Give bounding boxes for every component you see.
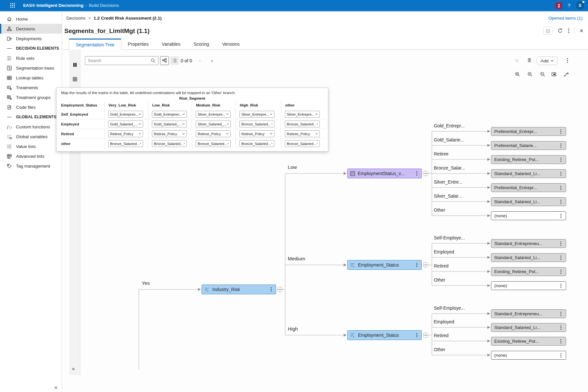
leaf-node-none[interactable]: (none)	[491, 351, 566, 360]
overview-minimap-button[interactable]	[550, 70, 558, 78]
mapping-select[interactable]: Bronze_Salaried...	[285, 140, 320, 147]
leaf-menu-button[interactable]	[559, 157, 563, 162]
mapping-select[interactable]: Retiree_Policy	[285, 130, 320, 137]
mapping-select[interactable]: Retiree_Policy	[239, 130, 274, 137]
mapping-select[interactable]: Silver_Entrepre...	[196, 111, 231, 118]
node-menu-button[interactable]	[415, 333, 419, 338]
zoom-in-button[interactable]	[514, 70, 521, 78]
notification-badge[interactable]: 2	[556, 2, 562, 9]
tree-node-employment-status-high[interactable]: x Employment_Status	[347, 330, 422, 340]
user-avatar[interactable]: S	[576, 1, 584, 9]
mapping-select[interactable]: Bronze_Salaried...	[196, 140, 231, 147]
leaf-menu-button[interactable]	[559, 283, 563, 288]
tab-variables[interactable]: Variables	[155, 39, 187, 50]
node-menu-button[interactable]	[269, 287, 273, 292]
leaf-menu-button[interactable]	[559, 241, 563, 246]
sidebar-item-global-variables[interactable]: Global variables	[0, 132, 62, 141]
save-button[interactable]	[543, 27, 552, 35]
collapse-node-button[interactable]	[423, 262, 428, 268]
leaf-node[interactable]: Standard_Salaried_Li...	[491, 197, 566, 206]
leaf-node[interactable]: Standard_Entrepreneu...	[491, 239, 566, 248]
sidebar-item-decisions[interactable]: Decisions	[0, 24, 62, 34]
leaf-menu-button[interactable]	[559, 213, 563, 219]
sidebar-item-deployments[interactable]: Deployments	[0, 34, 62, 43]
leaf-menu-button[interactable]	[559, 199, 563, 204]
search-input[interactable]	[88, 58, 151, 63]
collapse-all-button[interactable]	[525, 57, 533, 64]
breadcrumb-decisions-link[interactable]: Decisions	[66, 16, 86, 21]
sidebar-item-treatment-groups[interactable]: Treatment groups	[0, 92, 62, 102]
sidebar-item-advanced-lists[interactable]: Advanced lists	[0, 151, 62, 161]
next-result-button[interactable]: ›	[209, 56, 215, 65]
collapse-node-button[interactable]	[423, 171, 428, 176]
add-button[interactable]: Add	[537, 57, 558, 65]
zoom-out-button[interactable]	[526, 70, 534, 78]
sidebar-item-value-lists[interactable]: Value lists	[0, 141, 62, 151]
leaf-menu-button[interactable]	[559, 185, 563, 190]
toolbar-more-button[interactable]	[564, 57, 571, 64]
leaf-menu-button[interactable]	[559, 255, 563, 260]
mapping-select[interactable]: Gold_Salaried_...	[108, 121, 143, 127]
sidebar-item-segmentation-trees[interactable]: Segmentation trees	[0, 63, 62, 73]
mapping-select[interactable]: Bronze_Salaried...	[152, 140, 187, 147]
tree-node-employment-status-medium[interactable]: x Employment_Status	[347, 260, 422, 270]
tab-segmentation-tree[interactable]: Segmentation Tree	[69, 39, 121, 50]
collapse-node-button[interactable]	[423, 333, 428, 338]
mapping-select[interactable]: Silver_Entrepre...	[239, 111, 274, 118]
sidebar-item-custom-functions[interactable]: f{ } Custom functions	[0, 122, 62, 132]
help-button[interactable]: ?	[568, 3, 570, 8]
node-menu-button[interactable]	[415, 171, 419, 176]
expand-panel-button[interactable]: »	[72, 366, 75, 372]
mapping-select[interactable]: Bronze_Salaried...	[285, 121, 320, 127]
leaf-menu-button[interactable]	[559, 171, 563, 176]
leaf-node[interactable]: Existing_Retiree_Pol...	[491, 337, 566, 346]
sidebar-item-home[interactable]: Home	[0, 14, 62, 24]
list-view-toggle[interactable]	[170, 56, 179, 65]
leaf-menu-button[interactable]	[559, 353, 563, 358]
tab-properties[interactable]: Properties	[121, 39, 155, 50]
mapping-select[interactable]: Silver_Salaried_...	[196, 121, 231, 127]
tree-node-employmentstatus-matrix[interactable]: EmploymentStatus_v...	[347, 169, 422, 178]
leaf-node[interactable]: Standard_Entrepreneu...	[491, 309, 566, 318]
close-button[interactable]: ×	[580, 27, 583, 34]
leaf-menu-button[interactable]	[559, 129, 563, 134]
tab-scoring[interactable]: Scoring	[187, 39, 215, 50]
leaf-node[interactable]: Standard_Salaried_Li...	[491, 253, 566, 262]
mapping-select[interactable]: Gold_Salaried_...	[152, 121, 187, 127]
tab-versions[interactable]: Versions	[216, 39, 246, 50]
panel-table-button[interactable]	[72, 76, 78, 82]
sidebar-item-lookup-tables[interactable]: Lookup tables	[0, 73, 62, 83]
mapping-select[interactable]: Gold_Entrepren...	[152, 111, 187, 118]
collapse-sidebar-button[interactable]: «	[55, 384, 57, 391]
leaf-node[interactable]: Preferential_Entrepr...	[491, 183, 566, 192]
leaf-menu-button[interactable]	[559, 269, 563, 274]
leaf-menu-button[interactable]	[559, 143, 563, 148]
leaf-node-none[interactable]: (none)	[491, 281, 566, 290]
leaf-menu-button[interactable]	[559, 311, 563, 317]
mapping-select[interactable]: Bronze_Salaried...	[239, 140, 274, 147]
leaf-node[interactable]: Standard_Salaried_Li...	[491, 323, 566, 332]
expand-all-button[interactable]	[513, 57, 521, 64]
sidebar-item-tag-management[interactable]: Tag management	[0, 161, 62, 171]
opened-items-link[interactable]: Opened items (1)	[548, 16, 582, 21]
leaf-node[interactable]: Existing_Retiree_Pol...	[491, 155, 566, 164]
leaf-node[interactable]: Preferentail_Salarie...	[491, 141, 566, 150]
sidebar-item-treatments[interactable]: Treatments	[0, 83, 62, 92]
app-switcher-icon[interactable]	[8, 2, 16, 9]
mapping-select[interactable]: Retiree_Policy	[196, 130, 231, 137]
leaf-node[interactable]: Standard_Salaried_Li...	[491, 169, 566, 178]
previous-result-button[interactable]: ‹	[197, 56, 203, 65]
leaf-menu-button[interactable]	[559, 325, 563, 330]
refresh-button[interactable]	[557, 28, 563, 34]
panel-columns-button[interactable]	[72, 61, 78, 68]
leaf-menu-button[interactable]	[559, 339, 563, 344]
mapping-select[interactable]: Gold_Entrepren...	[108, 111, 143, 118]
sidebar-item-code-files[interactable]: Code files	[0, 102, 62, 112]
mapping-select[interactable]: Silver_Entrepre...	[285, 111, 320, 118]
collapse-node-button[interactable]	[277, 287, 283, 292]
mapping-select[interactable]: Bronze_Salaried...	[239, 121, 274, 127]
leaf-node-none[interactable]: (none)	[491, 211, 566, 220]
mapping-select[interactable]: Bronze_Salaried...	[108, 140, 143, 147]
node-menu-button[interactable]	[415, 262, 419, 268]
tree-node-industry-risk[interactable]: x Industry_Risk	[202, 285, 276, 294]
